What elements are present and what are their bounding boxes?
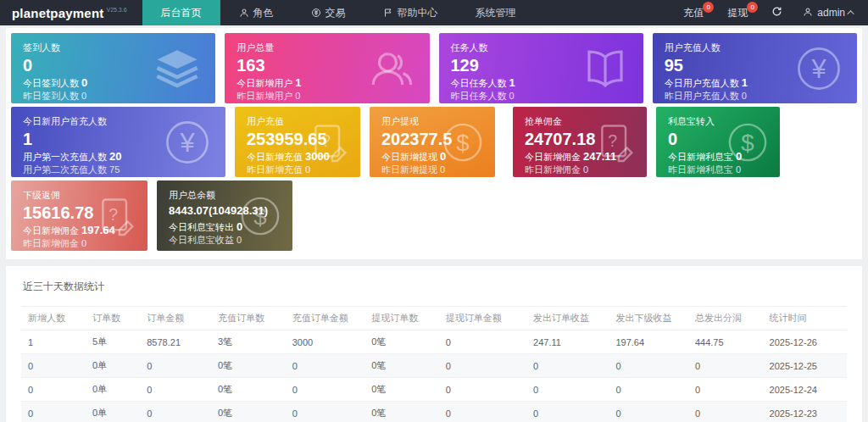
stat-cards-panel: 签到人数 0 今日签到人数 0 昨日签到人数 0 用户总量 163 今日新增用户…: [6, 28, 862, 259]
book-icon: [581, 44, 630, 93]
cell-order-count: 0单: [86, 402, 140, 422]
stats-table-panel: 近三十天数据统计 新增人数订单数订单金额充值订单数充值订单金额提现订单数提现订单…: [6, 266, 862, 422]
cell-order-profit: 0: [526, 354, 609, 378]
card-line-label: 昨日新增佣金: [525, 164, 581, 175]
column-header: 订单金额: [140, 307, 211, 330]
cell-new-users: 1: [21, 330, 86, 354]
card-line-label: 昨日新增用户: [236, 91, 292, 101]
card-line-value: 0: [742, 91, 747, 101]
card-line-label: 今日新增佣金: [23, 225, 79, 236]
stat-card-recharge-users: 用户充值人数 95 今日用户充值人数 1 昨日用户充值人数 0 ¥: [653, 33, 857, 103]
cell-withdraw-amount: 0: [439, 354, 526, 378]
table-row: 1 5单 8578.21 3笔 3000 0笔 0 247.11 197.64 …: [21, 330, 847, 354]
card-line-label: 昨日新增提现: [381, 164, 437, 175]
recharge-nav-button[interactable]: 充值 0: [671, 0, 715, 25]
cell-order-profit: 0: [526, 378, 609, 402]
card-line-label: 昨日签到人数: [23, 91, 79, 101]
menu-item-help-center[interactable]: 帮助中心: [364, 0, 457, 25]
table-header-row: 新增人数订单数订单金额充值订单数充值订单金额提现订单数提现订单金额发出订单收益发…: [21, 307, 847, 330]
card-line-value: 1: [742, 76, 748, 89]
table-title: 近三十天数据统计: [21, 276, 847, 306]
cell-new-users: 0: [21, 402, 86, 422]
cell-withdraw-count: 0笔: [364, 378, 439, 402]
brand-version: V25.3.6: [106, 7, 126, 13]
chevron-up-icon: [847, 10, 854, 17]
dollar-circle-icon: $: [441, 120, 485, 164]
stat-card-user-withdraw: 用户提现 202377.5 今日新增提现 0 昨日新增提现 0 $: [370, 107, 495, 177]
card-line-value: 0: [583, 164, 588, 175]
stat-card-sub-rebate: 下级返佣 15616.78 今日新增佣金 197.64 昨日新增佣金 0 ?: [11, 180, 147, 251]
cell-recharge-count: 3笔: [211, 330, 286, 354]
card-line-label: 今日用户充值人数: [665, 78, 739, 88]
column-header: 充值订单数: [211, 307, 286, 330]
menu-item-dashboard[interactable]: 后台首页: [142, 0, 220, 25]
cell-recharge-count: 0笔: [211, 402, 286, 422]
card-line-label: 今日新增提现: [381, 152, 437, 162]
transaction-icon: [311, 8, 321, 18]
brand-logo[interactable]: planetpayment V25.3.6: [0, 0, 142, 25]
cell-withdraw-amount: 0: [439, 378, 526, 402]
cell-recharge-amount: 0: [286, 402, 365, 422]
cell-order-count: 0单: [86, 378, 140, 402]
cell-withdraw-count: 0笔: [364, 354, 439, 378]
cell-order-amount: 0: [140, 378, 211, 402]
cell-recharge-count: 0笔: [211, 378, 286, 402]
cell-total-profit: 0: [688, 354, 763, 378]
withdraw-nav-button[interactable]: 提现 0: [715, 0, 760, 25]
card-line-value: 0: [295, 91, 300, 101]
card-line-label: 昨日新增佣金: [23, 238, 79, 248]
column-header: 新增人数: [21, 307, 86, 330]
menu-item-transactions[interactable]: 交易: [292, 0, 364, 25]
card-line-label: 今日利息宝转出: [169, 222, 234, 232]
svg-text:¥: ¥: [810, 53, 826, 83]
menu-item-label: 角色: [253, 6, 274, 20]
stat-card-user-recharge: 用户充值 253959.65 今日新增充值 3000 昨日新增充值 0 ?: [235, 107, 360, 177]
menu-item-roles[interactable]: 角色: [220, 0, 292, 25]
svg-text:?: ?: [108, 204, 118, 223]
stat-card-interest-in: 利息宝转入 0 今日新增利息宝 0 昨日新增利息宝 0 $: [656, 107, 780, 177]
menu-item-label: 交易: [326, 6, 346, 20]
person-icon: [239, 8, 249, 18]
cell-withdraw-amount: 0: [439, 402, 526, 422]
card-line-label: 昨日新增充值: [247, 164, 303, 175]
column-header: 总发出分润: [688, 307, 763, 330]
card-line-value: 0: [509, 91, 515, 101]
card-line-label: 今日签到人数: [23, 78, 79, 88]
layers-icon: [153, 44, 202, 93]
card-line-label: 今日新增充值: [247, 152, 303, 162]
card-line-value: 1: [509, 76, 515, 89]
cell-sub-profit: 0: [609, 402, 688, 422]
recharge-badge: 0: [703, 2, 714, 13]
svg-text:$: $: [253, 203, 266, 229]
cell-new-users: 0: [21, 354, 86, 378]
cell-order-profit: 0: [526, 402, 609, 422]
user-icon: [803, 7, 813, 19]
card-line-value: 1: [295, 76, 301, 89]
column-header: 充值订单金额: [286, 307, 365, 330]
card-line-value: 0: [81, 91, 86, 101]
doc-question-icon: ?: [93, 194, 137, 238]
cell-sub-profit: 197.64: [609, 330, 688, 354]
main-menu: 后台首页 角色 交易 帮助中心 系统管理: [142, 0, 535, 25]
column-header: 发出下级收益: [609, 307, 688, 330]
users-icon: [367, 44, 416, 93]
brand-name: planetpayment: [12, 6, 103, 20]
table-body: 1 5单 8578.21 3笔 3000 0笔 0 247.11 197.64 …: [21, 330, 847, 422]
cell-withdraw-count: 0笔: [364, 330, 439, 354]
refresh-button[interactable]: [760, 0, 794, 25]
card-line-label: 用户第一次充值人数: [23, 152, 107, 162]
cell-withdraw-count: 0笔: [364, 402, 439, 422]
column-header: 提现订单金额: [439, 307, 526, 330]
table-row: 0 0单 0 0笔 0 0笔 0 0 0 0 2025-12-25: [21, 354, 847, 378]
cell-order-profit: 247.11: [526, 330, 609, 354]
admin-dropdown[interactable]: admin: [794, 0, 868, 25]
flag-icon: [383, 8, 393, 18]
menu-item-system[interactable]: 系统管理: [457, 0, 535, 25]
cell-date: 2025-12-25: [763, 354, 847, 378]
withdraw-badge: 0: [747, 2, 758, 13]
cell-recharge-amount: 0: [286, 354, 365, 378]
cell-sub-profit: 0: [609, 378, 688, 402]
table-row: 0 0单 0 0笔 0 0笔 0 0 0 0 2025-12-24: [21, 378, 847, 402]
withdraw-label: 提现: [727, 6, 748, 20]
card-line-value: 75: [109, 164, 120, 175]
